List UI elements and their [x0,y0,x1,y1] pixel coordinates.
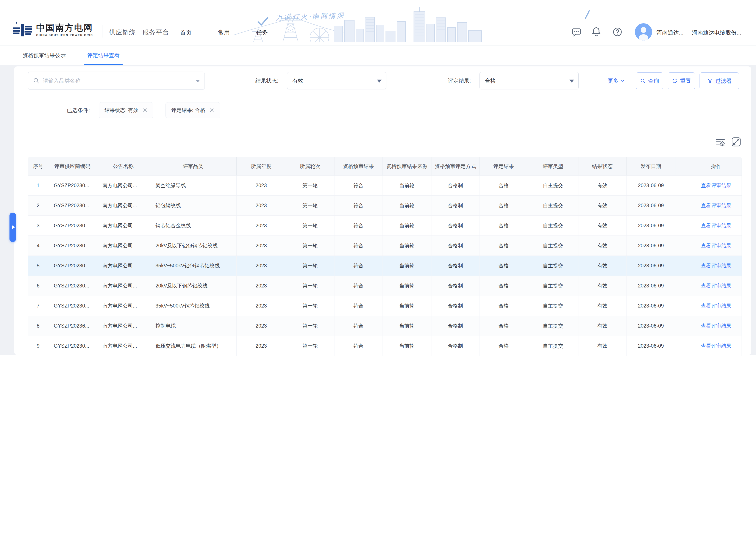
more-label: 更多 [608,77,618,84]
column-header: 操作 [691,157,742,176]
tab-prequalification-results[interactable]: 资格预审结果公示 [23,45,66,65]
category-search-combobox[interactable] [28,71,205,90]
view-review-result-link[interactable]: 查看评审结果 [701,223,731,228]
brand-text: 中国南方电网 CHINA SOUTHERN POWER GRID [36,23,93,37]
cell-prequal: 符合 [334,276,383,296]
cell-type: 自主提交 [528,316,578,336]
cell-year: 2023 [236,196,286,216]
fullscreen-icon[interactable] [731,137,741,147]
cell-code: GYSZP20230... [48,296,97,316]
chip-close-icon[interactable] [143,108,148,113]
funnel-icon [707,78,713,84]
chip-text: 结果状态: 有效 [104,107,138,114]
cell-result: 合格 [479,256,528,276]
cell-action: 查看评审结果 [691,296,742,316]
cell-spacer [675,276,691,296]
column-header: 评审类型 [528,157,578,176]
cell-method: 合格制 [431,236,479,256]
column-header: 公告名称 [97,157,150,176]
cell-source: 当前轮 [383,336,431,356]
cell-prequal: 符合 [334,316,383,336]
table-header-row: 序号评审供应商编码公告名称评审品类所属年度所属轮次资格预审结果资格预审结果来源资… [28,157,742,176]
cell-prequal: 符合 [334,236,383,256]
user-company-name[interactable]: 河南通达电缆股份... [692,29,741,37]
side-panel-expand-handle[interactable] [10,212,16,242]
cell-year: 2023 [236,176,286,196]
platform-title: 供应链统一服务平台 [109,28,169,37]
reset-button[interactable]: 重置 [668,72,695,89]
filter-chip-evaluation-result: 评定结果: 合格 [166,102,220,118]
cell-type: 自主提交 [528,196,578,216]
chevron-down-icon [620,79,625,82]
cell-spacer [675,236,691,256]
cell-category: 35kV~500kV铝包钢芯铝绞线 [150,256,236,276]
evaluation-result-select[interactable]: 合格 [479,72,579,89]
query-button[interactable]: 查询 [636,72,663,89]
cell-type: 自主提交 [528,256,578,276]
cell-action: 查看评审结果 [691,236,742,256]
cell-round: 第一轮 [286,196,334,216]
nav-item-tasks[interactable]: 任务 [256,29,268,37]
cell-category: 架空绝缘导线 [150,176,236,196]
cell-result: 合格 [479,276,528,296]
view-review-result-link[interactable]: 查看评审结果 [701,343,731,349]
cell-year: 2023 [236,256,286,276]
cell-spacer [675,316,691,336]
cell-no: 7 [28,296,48,316]
view-review-result-link[interactable]: 查看评审结果 [701,263,731,268]
cell-spacer [675,176,691,196]
view-review-result-link[interactable]: 查看评审结果 [701,243,731,248]
cell-date: 2023-06-09 [627,256,675,276]
column-header: 评审品类 [150,157,236,176]
cell-action: 查看评审结果 [691,196,742,216]
cell-round: 第一轮 [286,176,334,196]
user-short-name[interactable]: 河南通达... [657,29,684,37]
cell-notice: 南方电网公司... [97,276,150,296]
cell-action: 查看评审结果 [691,336,742,356]
chip-text: 评定结果: 合格 [171,107,205,114]
category-search-input[interactable] [42,77,192,84]
table-row: 2GYSZP20230...南方电网公司...铝包钢绞线2023第一轮符合当前轮… [28,196,742,216]
view-review-result-link[interactable]: 查看评审结果 [701,283,731,289]
cell-round: 第一轮 [286,236,334,256]
table-row: 6GYSZP20230...南方电网公司...20kV及以下钢芯铝绞线2023第… [28,276,742,296]
cell-date: 2023-06-09 [627,276,675,296]
view-review-result-link[interactable]: 查看评审结果 [701,203,731,208]
view-review-result-link[interactable]: 查看评审结果 [701,303,731,309]
cell-code: GYSZP20236... [48,316,97,336]
column-settings-icon[interactable] [716,137,725,147]
help-icon[interactable] [612,27,622,37]
cell-notice: 南方电网公司... [97,256,150,276]
chip-close-icon[interactable] [209,108,214,113]
user-avatar[interactable] [635,23,652,41]
cell-result: 合格 [479,236,528,256]
cell-date: 2023-06-09 [627,236,675,256]
page-tabbar: 资格预审结果公示 评定结果查看 [0,45,756,65]
nav-item-home[interactable]: 首页 [180,29,192,37]
message-icon[interactable] [572,27,581,37]
cell-category: 20kV及以下钢芯铝绞线 [150,276,236,296]
cell-result: 合格 [479,196,528,216]
chevron-down-icon [569,80,574,83]
cell-category: 20kV及以下铝包钢芯铝绞线 [150,236,236,256]
filter-button[interactable]: 过滤器 [700,72,739,89]
nav-item-common[interactable]: 常用 [218,29,230,37]
cell-notice: 南方电网公司... [97,236,150,256]
csg-logo[interactable] [12,21,33,40]
cell-round: 第一轮 [286,316,334,336]
table-row: 3GYSZP20230...南方电网公司...钢芯铝合金绞线2023第一轮符合当… [28,216,742,236]
cell-type: 自主提交 [528,236,578,256]
view-review-result-link[interactable]: 查看评审结果 [701,323,731,329]
column-header: 评定结果 [479,157,528,176]
notification-bell-icon[interactable] [591,26,602,37]
cell-no: 9 [28,336,48,356]
cell-date: 2023-06-09 [627,196,675,216]
view-review-result-link[interactable]: 查看评审结果 [701,183,731,188]
cell-notice: 南方电网公司... [97,216,150,236]
cell-prequal: 符合 [334,216,383,236]
more-filters-button[interactable]: 更多 [608,71,625,90]
cell-year: 2023 [236,296,286,316]
result-status-select[interactable]: 有效 [287,72,386,89]
tab-evaluation-results[interactable]: 评定结果查看 [87,45,120,65]
cell-year: 2023 [236,316,286,336]
